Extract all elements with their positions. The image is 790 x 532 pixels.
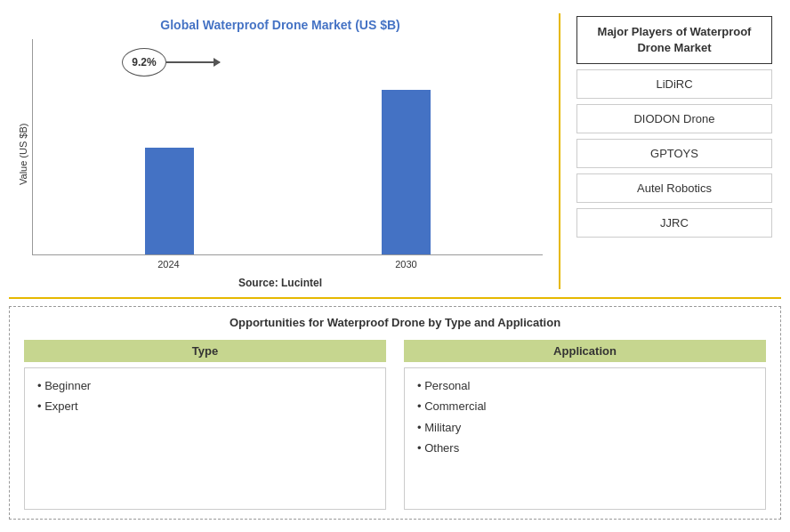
type-content: • Beginner • Expert [24,367,386,510]
x-label-2024: 2024 [144,259,193,270]
player-item-3: GPTOYS [576,139,772,168]
type-item-2: • Expert [37,396,373,416]
bar-2030 [382,90,431,254]
bar-2024 [145,148,194,254]
bar-group-2030 [382,90,431,254]
bottom-section: Opportunities for Waterproof Drone by Ty… [9,306,781,520]
opportunities-title: Opportunities for Waterproof Drone by Ty… [24,316,766,329]
x-label-2030: 2030 [382,259,431,270]
player-item-2: DIODON Drone [576,104,772,133]
source-text: Source: Lucintel [18,277,543,289]
annotation-circle: 9.2% [122,48,166,77]
top-section: Global Waterproof Drone Market (US $B) V… [9,9,781,294]
bars-container: 9.2% [32,39,543,255]
main-container: Global Waterproof Drone Market (US $B) V… [0,0,790,532]
annotation: 9.2% [122,48,220,77]
vertical-divider [559,13,560,289]
chart-title: Global Waterproof Drone Market (US $B) [18,18,543,32]
players-title: Major Players of Waterproof Drone Market [576,16,772,64]
type-item-1: • Beginner [37,375,373,396]
application-column: Application • Personal • Commercial • Mi… [404,340,766,510]
application-content: • Personal • Commercial • Military • Oth… [404,367,766,510]
y-axis-label: Value (US $B) [18,39,28,270]
player-item-5: JJRC [576,208,772,238]
players-area: Major Players of Waterproof Drone Market… [568,9,781,294]
application-header: Application [404,340,766,362]
chart-inner: Value (US $B) 9.2% [18,39,543,270]
annotation-arrow [166,61,220,63]
player-item-1: LiDiRC [576,69,772,99]
bar-group-2024 [145,148,194,254]
app-item-1: • Personal [417,375,753,396]
app-item-3: • Military [417,417,753,438]
opportunities-columns: Type • Beginner • Expert Application • P… [24,340,766,510]
app-item-2: • Commercial [417,396,753,416]
app-item-4: • Others [417,438,753,458]
player-item-4: Autel Robotics [576,173,772,203]
type-column: Type • Beginner • Expert [24,340,386,510]
horizontal-divider [9,297,781,299]
x-axis: 2024 2030 [32,255,543,270]
chart-area: Global Waterproof Drone Market (US $B) V… [9,9,552,294]
type-header: Type [24,340,386,362]
chart-plot: 9.2% 2024 2030 [32,39,543,270]
